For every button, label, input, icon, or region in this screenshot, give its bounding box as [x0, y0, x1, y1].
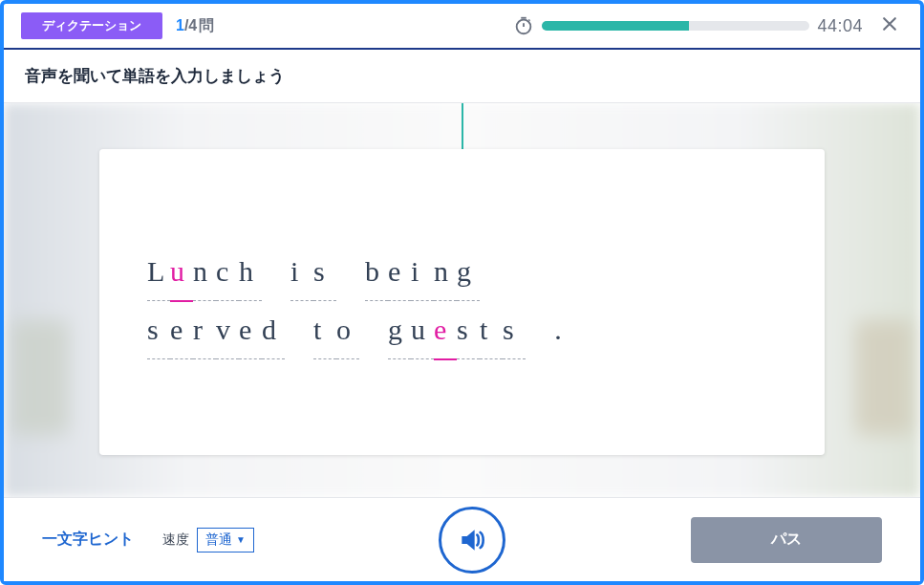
dictation-char[interactable]: c [216, 244, 239, 301]
dictation-char[interactable]: e [239, 302, 262, 359]
dictation-char[interactable]: i [290, 244, 313, 301]
dictation-char[interactable]: n [434, 244, 457, 301]
dictation-char[interactable]: t [313, 302, 336, 359]
play-audio-button[interactable] [439, 507, 505, 574]
dictation-char[interactable]: g [388, 302, 411, 359]
dictation-char[interactable]: s [503, 302, 526, 359]
svg-point-0 [517, 20, 531, 34]
dictation-char[interactable]: v [216, 302, 239, 359]
dictation-char[interactable]: u [170, 244, 193, 302]
mode-pill: ディクテーション [21, 12, 162, 39]
dictation-word[interactable]: guests [388, 302, 526, 360]
dictation-word[interactable]: being [365, 244, 480, 301]
main-area: Lunchisbeingservedtoguests. [4, 103, 920, 497]
time-progress-bar [542, 21, 809, 31]
question-progress: 1/4問 [176, 16, 214, 36]
dictation-char[interactable]: n [193, 244, 216, 301]
dictation-punct: . [554, 302, 577, 358]
instruction-text: 音声を聞いて単語を入力しましょう [4, 50, 920, 103]
speaker-icon [457, 525, 487, 555]
dictation-char[interactable]: b [365, 244, 388, 301]
dictation-char[interactable]: t [480, 302, 503, 359]
dictation-char[interactable]: g [457, 244, 480, 301]
dictation-char[interactable]: e [434, 302, 457, 360]
close-icon [880, 14, 899, 33]
dictation-char[interactable]: e [170, 302, 193, 359]
speed-value: 普通 [205, 531, 232, 549]
dictation-char[interactable]: h [239, 244, 262, 301]
speed-control: 速度 普通 ▼ [162, 528, 254, 552]
app-window: ディクテーション 1/4問 44:04 音声を聞いて単語を入力しましょう [0, 0, 924, 585]
timer-icon [513, 15, 534, 36]
dictation-char[interactable]: u [411, 302, 434, 359]
speed-label: 速度 [162, 531, 189, 549]
dictation-char[interactable]: e [388, 244, 411, 301]
chevron-down-icon: ▼ [236, 534, 246, 545]
dictation-word[interactable]: Lunch [147, 244, 262, 302]
current-question: 1 [176, 17, 184, 33]
total-questions: 4 [188, 17, 197, 33]
dictation-word[interactable]: is [290, 244, 336, 301]
top-bar: ディクテーション 1/4問 44:04 [4, 4, 920, 50]
dictation-char[interactable]: d [262, 302, 285, 359]
timer-group: 44:04 [513, 15, 863, 36]
time-progress-fill [542, 21, 689, 31]
dictation-char[interactable]: s [457, 302, 480, 359]
dictation-char[interactable]: s [147, 302, 170, 359]
sentence-input-area[interactable]: Lunchisbeingservedtoguests. [147, 244, 577, 360]
dictation-char[interactable]: r [193, 302, 216, 359]
dictation-card[interactable]: Lunchisbeingservedtoguests. [99, 149, 825, 455]
dictation-word[interactable]: to [313, 302, 359, 359]
dictation-char[interactable]: s [313, 244, 336, 301]
dictation-word[interactable]: served [147, 302, 285, 359]
close-button[interactable] [876, 11, 903, 41]
pass-button[interactable]: パス [691, 517, 882, 563]
dictation-char[interactable]: L [147, 244, 170, 301]
time-remaining: 44:04 [817, 16, 863, 36]
dictation-char[interactable]: i [411, 244, 434, 301]
bottom-bar: 一文字ヒント 速度 普通 ▼ パス [4, 497, 920, 581]
question-suffix: 問 [199, 17, 214, 33]
hint-button[interactable]: 一文字ヒント [42, 530, 134, 550]
speed-select[interactable]: 普通 ▼ [197, 528, 254, 552]
dictation-char[interactable]: o [336, 302, 359, 359]
